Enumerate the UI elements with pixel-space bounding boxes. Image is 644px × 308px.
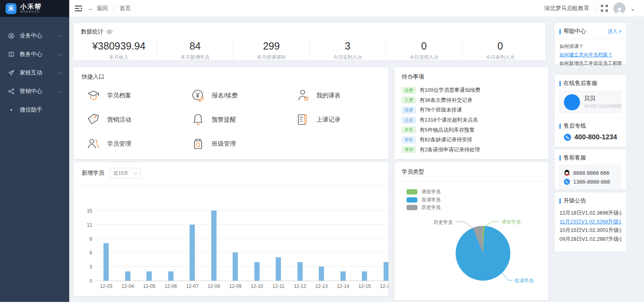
bar-slot: 12-07 (182, 211, 203, 281)
sidebar-item-academic-center[interactable]: 教务中心 (0, 45, 69, 64)
record-doc-icon (296, 113, 310, 126)
chevron-down-icon (58, 89, 62, 93)
agent-desc: 有问题可以咨询我哦! (584, 103, 621, 109)
graduation-cap-icon (87, 89, 100, 102)
agent-name: 贝贝 (584, 95, 621, 102)
back-button[interactable]: ← 返回 (88, 5, 108, 12)
sidebar-item-business-center[interactable]: 业务中心 (0, 27, 69, 45)
phone-number: 1388-8888-888 (573, 179, 610, 185)
quick-item-enroll-renew[interactable]: 报名/续费 (191, 89, 296, 102)
tag-icon (87, 113, 100, 126)
section-accent-bar (559, 198, 561, 204)
service-agent[interactable]: 贝贝 有问题可以咨询我哦! (559, 91, 621, 113)
sidebar-item-home-school[interactable]: 家校互动 (0, 64, 69, 82)
bar-chart-yaxis: 03691215 (74, 211, 92, 281)
bar-chart-xtick: 12-12 (294, 283, 306, 289)
stat-absent-today: 0 今日未到人次 (462, 39, 539, 63)
bar-chart-xtick: 12-09 (229, 283, 242, 289)
caret-down-icon[interactable] (631, 9, 634, 11)
stat-new-students: 84 本月新增学员 (157, 39, 234, 63)
bar (341, 271, 346, 281)
section-accent-bar (559, 29, 561, 34)
help-question[interactable]: 如何排课？ (559, 42, 621, 51)
todo-title: 待办事项 (402, 73, 541, 81)
todo-badge: 库存 (402, 136, 416, 143)
bar (319, 267, 324, 281)
new-students-title: 新增学员 (82, 170, 104, 177)
legend-swatch (407, 205, 417, 210)
bar-slot: 12-08 (203, 211, 225, 281)
bar-slot: 12-05 (138, 211, 160, 281)
quick-item-warning-reminder[interactable]: 预警提醒 (191, 113, 296, 126)
pie-label-history: 历史学员 (433, 219, 453, 226)
quick-item-class-management[interactable]: 班级管理 (191, 137, 296, 151)
upgrade-notices-card: 升级公告 12月18日V1.02.3696升级公告... 11月23日V1.02… (555, 192, 626, 252)
bar-chart-ytick: 15 (76, 208, 92, 214)
quick-item-my-schedule[interactable]: 我的课表 (296, 89, 400, 102)
bar-chart-xtick: 12-16 (380, 283, 388, 289)
bar-chart-xtick: 12-03 (100, 283, 112, 289)
date-range-select[interactable]: 近15天 (110, 168, 140, 178)
stats-card: 数据统计 ¥380939.94 本月收入 84 本月新增学员 299 本月授课课… (74, 23, 545, 60)
bar-chart-xtick: 12-04 (122, 283, 134, 289)
bar-chart-xtick: 12-11 (272, 283, 285, 289)
todo-row-renew[interactable]: 续费 有100位学员需要通知续费 (402, 85, 541, 95)
pie-label-potential: 潜在学员 (502, 219, 521, 225)
stats-row: ¥380939.94 本月收入 84 本月新增学员 299 本月授课课时 3 今… (81, 39, 538, 63)
after-sales-title: 在线售后客服 (564, 80, 597, 87)
sidebar-item-marketing-center[interactable]: 营销中心 (0, 82, 69, 101)
bar (254, 262, 260, 281)
topbar: ← 返回 首页 湖北梦马启航教育 (69, 0, 644, 17)
sidebar-item-wechat-assistant[interactable]: 微信助手 (0, 101, 69, 119)
qq-number: 8888 8866 666 (573, 170, 609, 176)
section-accent-bar (559, 155, 561, 161)
todo-row-missed-class[interactable]: 库存 有82条缺课记录待安排 (402, 135, 541, 145)
bar (211, 211, 217, 281)
back-label: 返回 (97, 5, 108, 12)
avatar[interactable] (613, 2, 625, 14)
todo-list: 续费 有100位学员需要通知续费 欠费 有36条欠费待补交记录 排课 有76个班… (402, 85, 541, 155)
todo-row-scheduling[interactable]: 排课 有76个班级未排课 (402, 105, 541, 115)
legend-swatch (407, 197, 417, 203)
bar-chart-ytick: 12 (76, 222, 92, 228)
logo[interactable]: 禾 小禾帮 教培机构好管家 (0, 0, 69, 17)
dashboard-screen: 禾 小禾帮 教培机构好管家 业务中心 教务中心 (0, 0, 644, 308)
share-icon (8, 88, 14, 95)
bar-chart-xtick: 12-13 (315, 283, 328, 289)
eye-icon[interactable] (106, 29, 113, 34)
bar-slot: 12-15 (354, 211, 376, 281)
sidebar-item-label: 业务中心 (20, 32, 42, 39)
quick-entry-card: 快捷入口 学员档案 报名/续费 我的课表 营销活动 预警提醒 (74, 67, 388, 159)
quick-item-student-files[interactable]: 学员档案 (87, 89, 191, 102)
pre-sales-contacts: 8888 8866 666 1388-8888-888 (559, 165, 621, 189)
todo-row-leave-request[interactable]: 请假 有2条请假申请记录待处理 (402, 145, 541, 155)
upgrade-notice[interactable]: 09月28日V1.02.2987升级公告... (559, 235, 621, 244)
bar-chart-ytick: 0 (76, 278, 92, 284)
legend-item-potential: 潜在学员 (407, 188, 441, 196)
breadcrumb[interactable]: 首页 (120, 5, 131, 12)
bar (297, 262, 303, 281)
upgrade-notice[interactable]: 12月18日V1.02.3696升级公告... (559, 209, 621, 217)
bar (147, 271, 152, 281)
collapse-menu-icon[interactable] (75, 5, 82, 12)
class-icon (191, 137, 205, 151)
quick-item-class-records[interactable]: 上课记录 (296, 113, 400, 126)
qq-contact: 8888 8866 666 (564, 168, 617, 177)
todo-row-rollcall[interactable]: 点名 有1318个课次超时未点名 (402, 115, 541, 125)
bar (233, 252, 238, 281)
dot-icon (8, 107, 14, 113)
help-question-link[interactable]: 如何建立意向学员档案？ (559, 51, 621, 59)
quick-item-student-management[interactable]: 学员管理 (87, 137, 191, 151)
quick-item-marketing[interactable]: 营销活动 (87, 113, 191, 126)
bar-chart-xtick: 12-08 (208, 283, 220, 289)
fullscreen-icon[interactable] (601, 5, 608, 12)
upgrade-notice-link[interactable]: 11月23日V1.02.3268升级公告... (559, 217, 621, 226)
section-accent-bar (559, 124, 561, 129)
help-center-title: 帮助中心 (564, 28, 586, 35)
bar-slot: 12-04 (117, 211, 139, 281)
help-enter-link[interactable]: 进入 > (608, 28, 621, 35)
help-question[interactable]: 如何新增员工并设定员工权限？ (559, 59, 621, 68)
upgrade-notice[interactable]: 10月15日V1.02.3001升级公告... (559, 226, 621, 235)
todo-row-inventory-warning[interactable]: 库存 有5件物品达到库存预警 (402, 125, 541, 135)
todo-row-arrears[interactable]: 欠费 有36条欠费待补交记录 (402, 95, 541, 105)
